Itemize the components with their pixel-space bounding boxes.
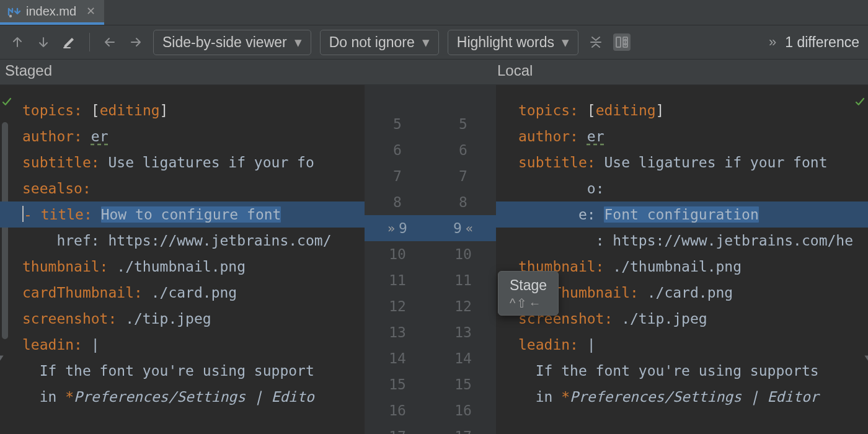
line-number: 12	[430, 293, 496, 319]
collapse-unchanged-icon[interactable]	[587, 33, 604, 51]
code-line[interactable]: href: https://www.jetbrains.com/	[0, 228, 365, 254]
code-line[interactable]: cardThumbnail: ./card.png	[0, 280, 365, 306]
svg-rect-1	[616, 37, 621, 47]
line-number: 13	[365, 319, 430, 345]
line-number: 11	[365, 267, 430, 293]
line-number: 13	[430, 319, 496, 345]
code-line[interactable]: If the font you're using support	[0, 358, 365, 384]
line-number: 11	[430, 267, 496, 293]
edit-icon[interactable]	[61, 33, 78, 51]
line-number: » 9	[365, 215, 430, 241]
code-line[interactable]: - title: How to configure font	[0, 202, 365, 228]
caret-down-icon: ▾	[422, 34, 430, 51]
line-number: 14	[365, 345, 430, 371]
prev-diff-icon[interactable]	[9, 33, 26, 51]
line-number: 15	[430, 371, 496, 397]
viewer-mode-label: Side-by-side viewer	[162, 34, 287, 51]
nav-forward-icon[interactable]	[127, 33, 144, 51]
line-number: 5	[365, 111, 430, 137]
line-number	[365, 85, 430, 111]
code-line[interactable]: If the font you're using supports	[496, 358, 868, 384]
line-number: 8	[365, 189, 430, 215]
code-line[interactable]: leadin: |	[0, 332, 365, 358]
diff-toolbar: Side-by-side viewer ▾ Do not ignore ▾ Hi…	[0, 25, 868, 60]
apply-chunk-left-icon[interactable]: »	[388, 215, 395, 241]
code-line[interactable]: xxxxxxxxo:	[496, 175, 868, 202]
separator	[89, 33, 90, 51]
next-diff-icon[interactable]	[35, 33, 52, 51]
diff-gutter: 5678» 91011121314151617 56789 «101112131…	[365, 85, 496, 434]
close-tab-icon[interactable]: ✕	[86, 4, 95, 18]
line-number: 5	[430, 111, 496, 137]
code-line[interactable]: in *Preferences/Settings | Edito	[0, 384, 365, 410]
line-number: 6	[430, 137, 496, 163]
code-pane-local[interactable]: technologies: []topics: [editing]author:…	[496, 85, 868, 434]
line-number: 7	[430, 163, 496, 189]
stage-tooltip: Stage ^⇧←	[498, 271, 559, 316]
apply-chunk-right-icon[interactable]: «	[466, 215, 473, 241]
highlight-mode-dropdown[interactable]: Highlight words ▾	[448, 30, 578, 55]
line-number: 12	[365, 293, 430, 319]
diff-count-label: 1 difference	[785, 34, 859, 51]
tab-bar: index.md ✕	[0, 0, 868, 25]
code-pane-staged[interactable]: technologies: []topics: [editing]author:…	[0, 85, 365, 434]
toolbar-chevrons[interactable]: »	[769, 34, 776, 50]
diff-body: technologies: []topics: [editing]author:…	[0, 85, 868, 434]
highlight-mode-label: Highlight words	[457, 34, 554, 51]
line-number: 16	[365, 397, 430, 423]
line-number: 10	[365, 241, 430, 267]
caret-down-icon: ▾	[294, 34, 302, 51]
line-number: 15	[365, 371, 430, 397]
line-number: 8	[430, 189, 496, 215]
line-number: 14	[430, 345, 496, 371]
line-number: 16	[430, 397, 496, 423]
line-number: 9 «	[430, 215, 496, 241]
code-line[interactable]: xxxxxxxe: Font configuration	[496, 202, 868, 228]
fold-handle-icon[interactable]	[0, 345, 4, 354]
line-number: 6	[365, 137, 430, 163]
editor-tab[interactable]: index.md ✕	[0, 0, 104, 25]
markdown-file-icon	[6, 4, 21, 19]
sync-scroll-icon[interactable]	[613, 33, 631, 51]
code-line[interactable]: in *Preferences/Settings | Editor	[496, 384, 868, 410]
code-line[interactable]: seealso:	[0, 175, 365, 202]
stage-tooltip-shortcut: ^⇧←	[510, 295, 547, 311]
code-line[interactable]: subtitle: Use ligatures if your fo	[0, 149, 365, 175]
code-line[interactable]: screenshot: ./tip.jpeg	[0, 306, 365, 332]
code-line[interactable]: xxxxxxxxx: https://www.jetbrains.com/he	[496, 228, 868, 254]
code-line[interactable]: topics: [editing]	[0, 97, 365, 123]
svg-point-0	[9, 15, 12, 17]
code-line[interactable]: leadin: |	[496, 332, 868, 358]
ignore-mode-label: Do not ignore	[329, 34, 415, 51]
viewer-mode-dropdown[interactable]: Side-by-side viewer ▾	[153, 30, 311, 55]
code-line[interactable]: thumbnail: ./thumbnail.png	[0, 254, 365, 280]
line-number: 10	[430, 241, 496, 267]
code-line[interactable]: author: er	[496, 123, 868, 149]
line-number: 17	[430, 423, 496, 434]
ignore-mode-dropdown[interactable]: Do not ignore ▾	[320, 30, 439, 55]
code-line[interactable]: topics: [editing]	[496, 97, 868, 123]
pane-title-right: Local	[496, 60, 868, 84]
line-number: 7	[365, 163, 430, 189]
code-line[interactable]: technologies: []	[496, 85, 868, 97]
code-line[interactable]: subtitle: Use ligatures if your font	[496, 149, 868, 175]
nav-back-icon[interactable]	[101, 33, 118, 51]
stage-tooltip-label: Stage	[510, 277, 547, 295]
code-line[interactable]: author: er	[0, 123, 365, 149]
tab-filename: index.md	[26, 4, 76, 19]
line-number	[430, 85, 496, 111]
pane-title-left: Staged	[0, 60, 365, 84]
pane-headers: Staged Local	[0, 60, 868, 85]
line-number: 17	[365, 423, 430, 434]
caret-down-icon: ▾	[562, 34, 569, 51]
code-line[interactable]: technologies: []	[0, 85, 365, 97]
